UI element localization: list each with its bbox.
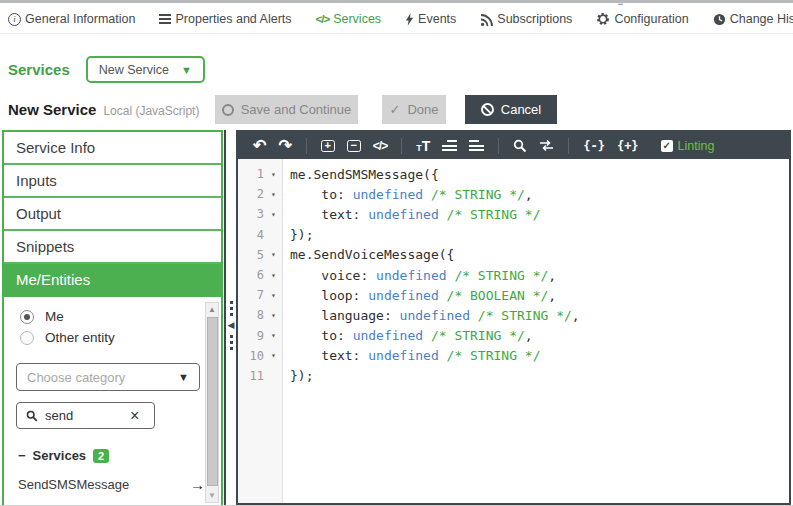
- tab-change-history[interactable]: Change History: [713, 12, 793, 26]
- tab-label: Change History: [730, 12, 793, 26]
- cancel-button[interactable]: Cancel: [465, 95, 557, 124]
- fold-arrow-icon[interactable]: ▾: [264, 250, 283, 259]
- code-line-4[interactable]: 4});: [238, 225, 789, 245]
- code-line-7[interactable]: 7▾ loop: undefined /* BOOLEAN */,: [238, 285, 789, 305]
- undo-icon[interactable]: ↶: [247, 132, 272, 159]
- toolbar-separator: [306, 138, 307, 154]
- service-subtitle: Local (JavaScript): [103, 104, 199, 118]
- radio-selected-icon[interactable]: [20, 310, 34, 324]
- code-line-5[interactable]: 5▾me.SendVoiceMessage({: [238, 245, 789, 265]
- code-text[interactable]: me.SendVoiceMessage({: [283, 247, 454, 262]
- fold-arrow-icon[interactable]: ▾: [264, 291, 283, 300]
- sidebar-scrollbar[interactable]: ▲ ▼: [205, 302, 219, 503]
- radio-unselected-icon[interactable]: [20, 331, 34, 345]
- service-selector-label: New Service: [99, 63, 169, 77]
- code-text[interactable]: language: undefined /* STRING */,: [283, 308, 580, 323]
- category-dropdown[interactable]: Choose category ▼: [16, 363, 200, 391]
- fold-arrow-icon[interactable]: ▾: [264, 271, 283, 280]
- tab-events[interactable]: Events: [405, 12, 456, 26]
- fold-arrow-icon[interactable]: ▾: [264, 210, 283, 219]
- checkbox-checked-icon[interactable]: ✓: [661, 140, 673, 152]
- unfold-braces-icon[interactable]: {+}: [611, 132, 645, 159]
- panel-splitter-handle[interactable]: ◀: [227, 301, 235, 350]
- code-text[interactable]: to: undefined /* STRING */,: [283, 328, 533, 343]
- indent-icon[interactable]: [463, 132, 490, 159]
- scrollbar-thumb[interactable]: [207, 317, 218, 486]
- search-input[interactable]: [45, 408, 123, 423]
- code-text[interactable]: text: undefined /* STRING */: [283, 348, 540, 363]
- code-snippet-icon[interactable]: </>: [367, 132, 393, 159]
- code-line-11[interactable]: 11});: [238, 366, 789, 386]
- bolt-icon: [405, 13, 414, 26]
- list-item-sendsmsmessage[interactable]: SendSMSMessage→: [18, 476, 205, 493]
- code-text[interactable]: });: [283, 227, 313, 242]
- chevron-down-icon: ▼: [178, 371, 189, 383]
- fold-arrow-icon[interactable]: ▾: [264, 331, 283, 340]
- results-group-header[interactable]: − Services 2: [18, 448, 221, 463]
- code-text[interactable]: });: [283, 368, 313, 383]
- code-line-2[interactable]: 2▾ to: undefined /* STRING */,: [238, 184, 789, 204]
- sidebar-item-output[interactable]: Output: [4, 198, 221, 231]
- code-line-9[interactable]: 9▾ to: undefined /* STRING */,: [238, 326, 789, 346]
- tab-label: Configuration: [614, 12, 688, 26]
- fold-arrow-icon[interactable]: ▾: [264, 311, 283, 320]
- fold-arrow-icon[interactable]: ▾: [264, 170, 283, 179]
- code-area[interactable]: 1▾me.SendSMSMessage({2▾ to: undefined /*…: [238, 159, 789, 503]
- scroll-up-icon[interactable]: ▲: [206, 303, 218, 316]
- collapse-dash-icon[interactable]: −: [18, 448, 26, 463]
- radio-option-me[interactable]: Me: [4, 306, 221, 327]
- fold-braces-icon[interactable]: {-}: [577, 132, 611, 159]
- code-line-10[interactable]: 10▾ text: undefined /* STRING */: [238, 346, 789, 366]
- code-line-1[interactable]: 1▾me.SendSMSMessage({: [238, 164, 789, 184]
- save-and-continue-button[interactable]: Save and Continue: [215, 95, 358, 124]
- check-icon: ✓: [390, 102, 401, 117]
- fold-arrow-icon[interactable]: ▾: [264, 351, 283, 360]
- cancel-ban-icon: [481, 103, 494, 116]
- font-size-icon[interactable]: TT: [410, 132, 436, 159]
- line-number: 5: [238, 248, 264, 262]
- line-number: 11: [238, 369, 264, 383]
- code-text[interactable]: voice: undefined /* STRING */,: [283, 268, 556, 283]
- tab-configuration[interactable]: Configuration: [596, 12, 688, 26]
- sidebar-item-inputs[interactable]: Inputs: [4, 165, 221, 198]
- tab-properties-and-alerts[interactable]: Properties and Alerts: [159, 12, 291, 26]
- list-icon: [159, 14, 171, 24]
- redo-icon[interactable]: ↷: [272, 132, 297, 159]
- results-count-badge: 2: [93, 449, 109, 463]
- tab-general-information[interactable]: iGeneral Information: [8, 12, 135, 26]
- service-selector-dropdown[interactable]: New Service ▼: [86, 56, 205, 83]
- results-group-label: Services: [33, 448, 87, 463]
- code-text[interactable]: loop: undefined /* BOOLEAN */,: [283, 288, 556, 303]
- tab-label: General Information: [25, 12, 135, 26]
- scroll-down-icon[interactable]: ▼: [206, 489, 218, 502]
- linting-toggle[interactable]: ✓Linting: [661, 139, 715, 153]
- outdent-icon[interactable]: [436, 132, 463, 159]
- code-line-3[interactable]: 3▾ text: undefined /* STRING */: [238, 204, 789, 224]
- code-lines: 1▾me.SendSMSMessage({2▾ to: undefined /*…: [238, 164, 789, 386]
- sidebar-item-service-info[interactable]: Service Info: [4, 132, 221, 165]
- comment-remove-icon[interactable]: −: [341, 132, 367, 159]
- insert-arrow-icon[interactable]: →: [190, 476, 205, 493]
- replace-icon[interactable]: [533, 132, 560, 159]
- entity-tab-bar: iGeneral InformationProperties and Alert…: [0, 5, 793, 34]
- tab-services[interactable]: </>Services: [316, 12, 382, 26]
- code-text[interactable]: me.SendSMSMessage({: [283, 167, 439, 182]
- search-icon[interactable]: [507, 132, 533, 159]
- rss-icon: [480, 13, 493, 26]
- fold-arrow-icon[interactable]: ▾: [264, 190, 283, 199]
- radio-option-other-entity[interactable]: Other entity: [4, 327, 221, 348]
- entity-search-box[interactable]: ×: [16, 402, 155, 429]
- code-text[interactable]: text: undefined /* STRING */: [283, 207, 540, 222]
- code-line-6[interactable]: 6▾ voice: undefined /* STRING */,: [238, 265, 789, 285]
- collapse-left-icon[interactable]: ◀: [228, 321, 235, 330]
- code-line-8[interactable]: 8▾ language: undefined /* STRING */,: [238, 305, 789, 325]
- sidebar-item-snippets[interactable]: Snippets: [4, 231, 221, 264]
- sidebar-item-me-entities[interactable]: Me/Entities: [4, 264, 221, 297]
- code-text[interactable]: to: undefined /* STRING */,: [283, 187, 533, 202]
- category-placeholder: Choose category: [27, 370, 125, 385]
- tab-subscriptions[interactable]: Subscriptions: [480, 12, 572, 26]
- done-button[interactable]: ✓ Done: [382, 95, 446, 124]
- clear-search-icon[interactable]: ×: [130, 409, 139, 423]
- line-number: 10: [238, 349, 264, 363]
- comment-add-icon[interactable]: +: [315, 132, 341, 159]
